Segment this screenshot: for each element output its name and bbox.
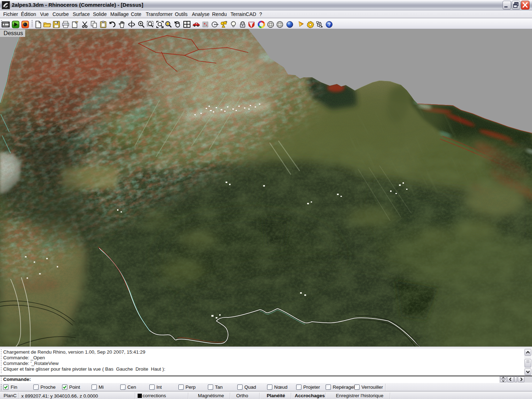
svg-text:?: ? (328, 22, 331, 27)
